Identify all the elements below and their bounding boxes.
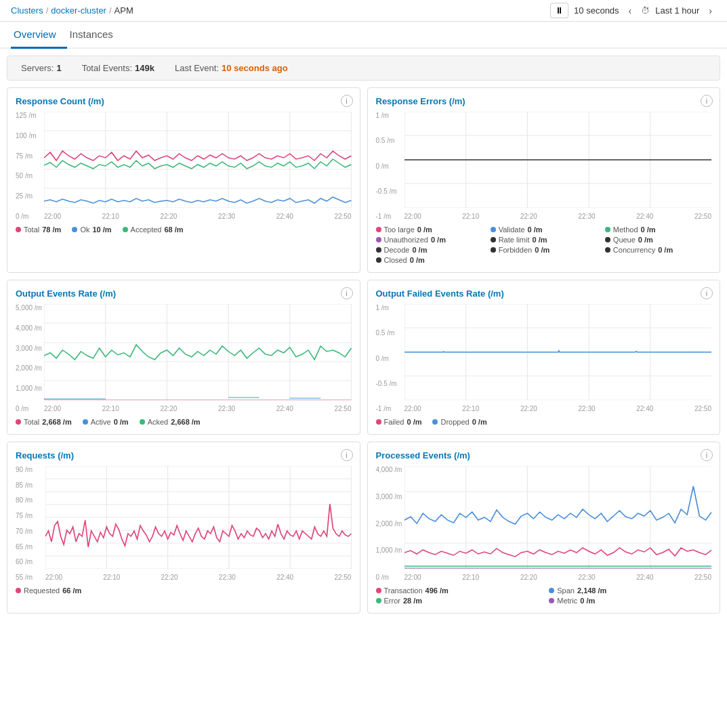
legend-dot-total-oer xyxy=(16,419,21,425)
servers-label: Servers: xyxy=(21,63,54,73)
legend-acked-oer: Acked 2,668 /m xyxy=(140,418,201,426)
legend-dot-concurrency xyxy=(605,247,610,253)
legend-dot-validate xyxy=(491,227,496,232)
chart-output-failed-events-rate: Output Failed Events Rate (/m) i 1 /m 0.… xyxy=(367,280,721,435)
legend-ok: Ok 10 /m xyxy=(72,226,111,234)
tab-instances[interactable]: Instances xyxy=(67,22,124,49)
legend-metric: Metric 0 /m xyxy=(549,597,711,605)
legend-dot-method xyxy=(605,227,610,232)
clock-icon: ⏱ xyxy=(641,5,650,16)
legend-dot-closed xyxy=(376,257,381,263)
legend-output-events-rate: Total 2,668 /m Active 0 /m Acked 2,668 /… xyxy=(16,418,352,426)
prev-button[interactable]: ‹ xyxy=(625,4,636,18)
legend-dot-requested xyxy=(16,588,21,593)
y-axis-requests: 90 /m 85 /m 80 /m 75 /m 70 /m 65 /m 60 /… xyxy=(16,466,45,581)
breadcrumb-cluster[interactable]: docker-cluster xyxy=(51,5,106,16)
y-axis-output-failed: 1 /m 0.5 /m 0 /m -0.5 /m -1 /m xyxy=(376,304,404,412)
top-controls: ⏸ 10 seconds ‹ ⏱ Last 1 hour › xyxy=(550,3,716,18)
chart-area-processed-events: 4,000 /m 3,000 /m 2,000 /m 1,000 /m 0 /m xyxy=(376,466,712,581)
chart-inner-output-failed xyxy=(404,304,712,400)
pause-button[interactable]: ⏸ xyxy=(550,3,568,18)
legend-dot-decode xyxy=(376,247,381,253)
legend-dot-failed xyxy=(376,419,381,425)
y-axis-output-events-rate: 5,000 /m 4,000 /m 3,000 /m 2,000 /m 1,00… xyxy=(16,304,44,412)
breadcrumb-clusters[interactable]: Clusters xyxy=(11,5,43,16)
legend-error: Error 28 /m xyxy=(376,597,539,605)
y-axis-response-errors: 1 /m 0.5 /m 0 /m -0.5 /m -1 /m xyxy=(376,112,404,220)
legend-dot-metric xyxy=(549,598,554,603)
info-button-output-failed[interactable]: i xyxy=(701,287,713,299)
next-button[interactable]: › xyxy=(705,4,716,18)
chart-inner-processed-events xyxy=(404,466,712,569)
last-event-label: Last Event: xyxy=(175,63,219,73)
legend-closed: Closed 0 /m xyxy=(376,256,482,264)
legend-active-oer: Active 0 /m xyxy=(83,418,129,426)
legend-requested: Requested 66 /m xyxy=(16,586,81,595)
info-button-output-events-rate[interactable]: i xyxy=(341,287,353,299)
x-axis-output-failed: 22:00 22:10 22:20 22:30 22:40 22:50 xyxy=(404,405,712,412)
breadcrumb-sep2: / xyxy=(109,5,112,16)
chart-processed-events: Processed Events (/m) i 4,000 /m 3,000 /… xyxy=(367,442,721,614)
x-axis-output-events-rate: 22:00 22:10 22:20 22:30 22:40 22:50 xyxy=(44,405,352,412)
chart-area-response-count: 125 /m 100 /m 75 /m 50 /m 25 /m 0 /m xyxy=(16,112,352,220)
interval-display: 10 seconds xyxy=(574,5,619,16)
chart-inner-requests xyxy=(45,466,352,569)
legend-dot-unauthorized xyxy=(376,237,381,242)
chart-inner-output-events-rate xyxy=(44,304,352,400)
events-summary: Total Events: 149k xyxy=(82,63,154,73)
legend-accepted: Accepted 68 /m xyxy=(123,226,184,234)
chart-inner-response-count xyxy=(44,112,352,208)
legend-dropped: Dropped 0 /m xyxy=(432,418,486,426)
charts-grid: Response Count (/m) i 125 /m 100 /m 75 /… xyxy=(0,87,727,620)
legend-dot-acked-oer xyxy=(140,419,145,425)
x-axis-response-count: 22:00 22:10 22:20 22:30 22:40 22:50 xyxy=(44,213,352,220)
info-button-response-count[interactable]: i xyxy=(341,95,353,107)
legend-transaction: Transaction 496 /m xyxy=(376,586,539,595)
chart-title-response-errors: Response Errors (/m) xyxy=(376,96,712,106)
chart-response-errors: Response Errors (/m) i 1 /m 0.5 /m 0 /m … xyxy=(367,87,721,273)
legend-dot-ok xyxy=(72,227,77,232)
legend-toolarge: Too large 0 /m xyxy=(376,226,482,234)
last-event-summary: Last Event: 10 seconds ago xyxy=(175,63,288,73)
chart-title-requests: Requests (/m) xyxy=(16,450,352,461)
servers-summary: Servers: 1 xyxy=(21,63,62,73)
chart-area-requests: 90 /m 85 /m 80 /m 75 /m 70 /m 65 /m 60 /… xyxy=(16,466,352,581)
chart-title-response-count: Response Count (/m) xyxy=(16,96,352,106)
info-button-response-errors[interactable]: i xyxy=(701,95,713,107)
legend-concurrency: Concurrency 0 /m xyxy=(605,246,711,254)
chart-response-count: Response Count (/m) i 125 /m 100 /m 75 /… xyxy=(7,87,360,273)
y-axis-response-count: 125 /m 100 /m 75 /m 50 /m 25 /m 0 /m xyxy=(16,112,44,220)
chart-area-output-events-rate: 5,000 /m 4,000 /m 3,000 /m 2,000 /m 1,00… xyxy=(16,304,352,412)
legend-dot-dropped xyxy=(432,419,438,425)
legend-total-oer: Total 2,668 /m xyxy=(16,418,72,426)
legend-dot-total xyxy=(16,227,21,232)
legend-method: Method 0 /m xyxy=(605,226,711,234)
tab-overview[interactable]: Overview xyxy=(11,22,67,49)
legend-decode: Decode 0 /m xyxy=(376,246,482,254)
legend-forbidden: Forbidden 0 /m xyxy=(491,246,597,254)
breadcrumb: Clusters / docker-cluster / APM xyxy=(11,5,133,16)
legend-dot-accepted xyxy=(123,227,128,232)
legend-dot-forbidden xyxy=(491,247,496,253)
info-button-requests[interactable]: i xyxy=(341,449,353,461)
legend-validate: Validate 0 /m xyxy=(491,226,597,234)
legend-dot-toolarge xyxy=(376,227,381,232)
info-button-processed-events[interactable]: i xyxy=(701,449,713,461)
legend-dot-transaction xyxy=(376,588,381,593)
legend-requests: Requested 66 /m xyxy=(16,586,352,595)
breadcrumb-sep1: / xyxy=(46,5,49,16)
legend-unauthorized: Unauthorized 0 /m xyxy=(376,236,482,244)
legend-response-errors: Too large 0 /m Validate 0 /m Method 0 /m… xyxy=(376,226,712,264)
legend-dot-error xyxy=(376,598,381,603)
x-axis-response-errors: 22:00 22:10 22:20 22:30 22:40 22:50 xyxy=(404,213,712,220)
legend-dot-active-oer xyxy=(83,419,88,425)
legend-dot-ratelimit xyxy=(491,237,496,242)
summary-bar: Servers: 1 Total Events: 149k Last Event… xyxy=(7,56,720,81)
legend-span: Span 2,148 /m xyxy=(549,586,711,595)
legend-dot-queue xyxy=(605,237,610,242)
chart-inner-response-errors xyxy=(404,112,712,208)
legend-ratelimit: Rate limit 0 /m xyxy=(491,236,597,244)
chart-title-output-events-rate: Output Events Rate (/m) xyxy=(16,288,352,299)
x-axis-processed-events: 22:00 22:10 22:20 22:30 22:40 22:50 xyxy=(404,574,712,581)
legend-output-failed: Failed 0 /m Dropped 0 /m xyxy=(376,418,712,426)
